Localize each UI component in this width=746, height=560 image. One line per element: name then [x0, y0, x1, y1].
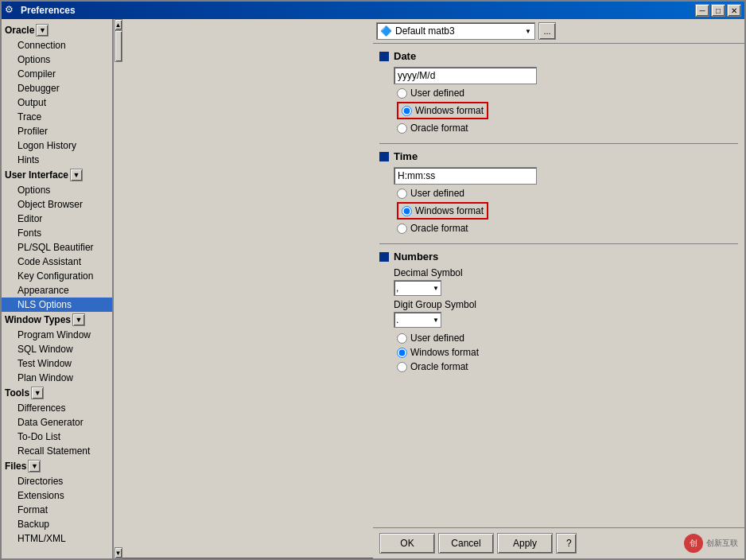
numbers-oracle-format-label: Oracle format: [410, 361, 468, 372]
numbers-section-dot: [379, 252, 389, 262]
sidebar-item-hints[interactable]: Hints: [2, 153, 112, 167]
oracle-collapse-btn[interactable]: ▼: [36, 24, 49, 37]
oracle-group-label: Oracle: [5, 25, 34, 36]
scrollbar-track-area: [115, 30, 122, 547]
date-windows-format-option[interactable]: Windows format: [397, 102, 738, 119]
close-button[interactable]: ✕: [727, 4, 741, 17]
tools-group-label: Tools: [5, 387, 29, 399]
watermark: 创 创新互联: [684, 534, 738, 553]
sidebar-item-backup[interactable]: Backup: [2, 517, 112, 531]
help-button[interactable]: ?: [556, 533, 577, 554]
sidebar-item-connection[interactable]: Connection: [2, 38, 112, 52]
time-section-header: Time: [379, 150, 738, 162]
sidebar-item-recall-statement[interactable]: Recall Statement: [2, 444, 112, 458]
sidebar-item-fonts[interactable]: Fonts: [2, 226, 112, 240]
sidebar-item-debugger[interactable]: Debugger: [2, 81, 112, 95]
dropdown-label: Default matb3: [395, 25, 455, 37]
sidebar-item-options[interactable]: Options: [2, 52, 112, 67]
sidebar-item-output[interactable]: Output: [2, 95, 112, 110]
numbers-section: Numbers Decimal Symbol , ▼ Digit Group S…: [379, 251, 738, 372]
sidebar-item-program-window[interactable]: Program Window: [2, 328, 112, 342]
scrollbar-thumb[interactable]: [115, 30, 122, 62]
date-input[interactable]: [394, 67, 537, 84]
sidebar-item-test-window[interactable]: Test Window: [2, 356, 112, 371]
sidebar-group-window-types[interactable]: Window Types ▼: [2, 312, 112, 328]
time-oracle-format-label: Oracle format: [410, 223, 468, 234]
scrollbar-down-btn[interactable]: ▼: [115, 547, 122, 558]
user-interface-group-label: User Interface: [5, 169, 68, 181]
sidebar-item-html-xml[interactable]: HTML/XML: [2, 531, 112, 546]
date-user-defined-label: User defined: [410, 88, 464, 99]
sidebar-group-oracle[interactable]: Oracle ▼: [2, 22, 112, 38]
date-user-defined-option[interactable]: User defined: [397, 88, 738, 99]
sidebar-item-key-configuration[interactable]: Key Configuration: [2, 269, 112, 283]
time-radio-group: User defined Windows format Oracle f: [397, 188, 738, 234]
sidebar-item-trace[interactable]: Trace: [2, 110, 112, 124]
time-section-dot: [379, 152, 389, 161]
extra-options-button[interactable]: ...: [538, 22, 556, 40]
digit-group-value: .: [396, 314, 398, 325]
sidebar-item-differences[interactable]: Differences: [2, 401, 112, 415]
sidebar-group-files[interactable]: Files ▼: [2, 458, 112, 474]
sidebar-item-data-generator[interactable]: Data Generator: [2, 415, 112, 430]
profile-dropdown[interactable]: 🔷 Default matb3 ▼: [376, 22, 535, 40]
time-oracle-format-option[interactable]: Oracle format: [397, 223, 738, 234]
cancel-button[interactable]: Cancel: [438, 533, 494, 554]
numbers-windows-format-label: Windows format: [410, 347, 479, 358]
sidebar-item-sql-window[interactable]: SQL Window: [2, 342, 112, 356]
dropdown-icon: 🔷: [380, 25, 392, 37]
time-section-title: Time: [394, 150, 418, 162]
numbers-user-defined-option[interactable]: User defined: [397, 332, 738, 344]
sidebar-scrollbar[interactable]: ▲ ▼: [113, 19, 122, 558]
numbers-windows-format-option[interactable]: Windows format: [397, 347, 738, 358]
sidebar-item-logon-history[interactable]: Logon History: [2, 138, 112, 153]
numbers-section-title: Numbers: [394, 251, 438, 262]
numbers-user-defined-label: User defined: [410, 332, 464, 344]
sidebar-item-plan-window[interactable]: Plan Window: [2, 371, 112, 385]
sidebar-group-user-interface[interactable]: User Interface ▼: [2, 167, 112, 183]
date-section-content: User defined Windows format Oracle f: [394, 67, 738, 134]
sidebar-group-tools[interactable]: Tools ▼: [2, 385, 112, 401]
ok-button[interactable]: OK: [379, 533, 435, 554]
decimal-arrow-icon: ▼: [433, 285, 439, 292]
sidebar-item-extensions[interactable]: Extensions: [2, 488, 112, 503]
time-user-defined-label: User defined: [410, 188, 464, 199]
sidebar-item-todo-list[interactable]: To-Do List: [2, 430, 112, 444]
time-windows-format-option[interactable]: Windows format: [397, 202, 738, 220]
files-collapse-btn[interactable]: ▼: [28, 460, 41, 472]
digit-group-symbol-dropdown[interactable]: . ▼: [394, 312, 441, 328]
apply-button[interactable]: Apply: [497, 533, 553, 554]
files-group-label: Files: [5, 461, 26, 472]
sidebar-scroll-area: Oracle ▼ Connection Options Compiler Deb…: [2, 19, 373, 558]
time-user-defined-option[interactable]: User defined: [397, 188, 738, 199]
decimal-value: ,: [396, 282, 398, 294]
date-oracle-format-option[interactable]: Oracle format: [397, 122, 738, 134]
decimal-symbol-dropdown[interactable]: , ▼: [394, 280, 441, 296]
sidebar-item-plsql-beautifier[interactable]: PL/SQL Beautifier: [2, 240, 112, 255]
date-section-title: Date: [394, 50, 416, 62]
date-oracle-format-label: Oracle format: [410, 122, 468, 134]
sidebar-item-editor[interactable]: Editor: [2, 212, 112, 226]
sidebar-item-code-assistant[interactable]: Code Assistant: [2, 255, 112, 269]
preferences-window: ⚙ Preferences ─ □ ✕ Oracle ▼ Connection …: [0, 0, 746, 560]
time-input[interactable]: [394, 167, 537, 185]
numbers-oracle-format-option[interactable]: Oracle format: [397, 361, 738, 372]
ui-collapse-btn[interactable]: ▼: [70, 169, 83, 181]
sidebar-item-appearance[interactable]: Appearance: [2, 283, 112, 298]
scrollbar-up-btn[interactable]: ▲: [115, 19, 122, 30]
watermark-text: 创新互联: [706, 538, 738, 549]
dropdown-arrow-icon: ▼: [525, 28, 531, 35]
sidebar-item-ui-options[interactable]: Options: [2, 183, 112, 197]
decimal-symbol-container: , ▼: [394, 280, 738, 296]
app-icon: ⚙: [5, 4, 17, 17]
window-types-collapse-btn[interactable]: ▼: [72, 313, 85, 326]
sidebar-item-compiler[interactable]: Compiler: [2, 67, 112, 81]
sidebar-item-nls-options[interactable]: NLS Options: [2, 298, 112, 312]
sidebar-item-format[interactable]: Format: [2, 503, 112, 517]
maximize-button[interactable]: □: [711, 4, 725, 17]
tools-collapse-btn[interactable]: ▼: [31, 387, 44, 399]
minimize-button[interactable]: ─: [695, 4, 709, 17]
sidebar-item-profiler[interactable]: Profiler: [2, 124, 112, 138]
sidebar-item-directories[interactable]: Directories: [2, 474, 112, 488]
sidebar-item-object-browser[interactable]: Object Browser: [2, 197, 112, 212]
